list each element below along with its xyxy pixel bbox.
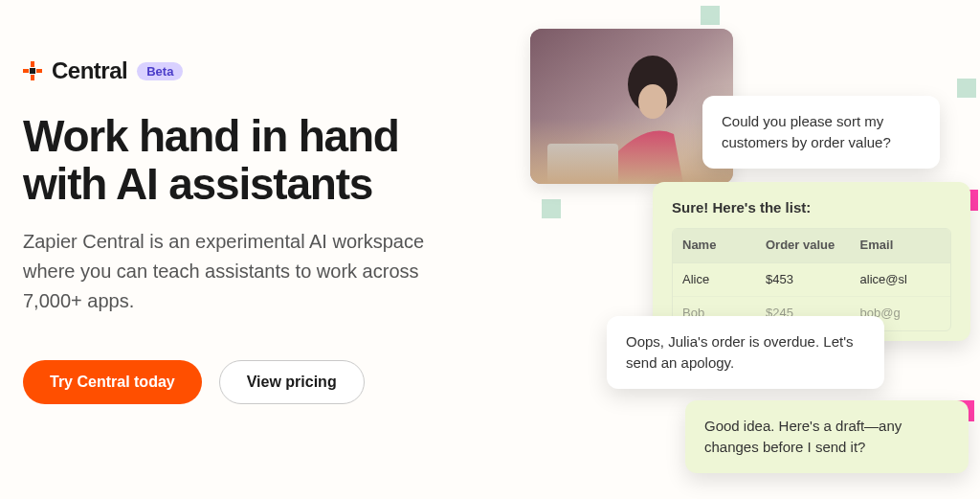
beta-badge: Beta — [137, 62, 183, 80]
try-central-button[interactable]: Try Central today — [23, 360, 202, 404]
col-order: Order value — [756, 229, 851, 262]
chat-bubble-user: Oops, Julia's order is overdue. Let's se… — [607, 316, 884, 389]
chat-text: Good idea. Here's a draft—any changes be… — [704, 418, 902, 455]
svg-rect-4 — [30, 68, 35, 74]
cell-name: Alice — [673, 263, 756, 297]
view-pricing-button[interactable]: View pricing — [219, 360, 365, 404]
svg-rect-3 — [36, 69, 42, 73]
col-name: Name — [673, 229, 756, 262]
svg-point-7 — [638, 84, 667, 119]
chat-text: Could you please sort my customers by or… — [722, 113, 891, 150]
cta-row: Try Central today View pricing — [23, 360, 492, 404]
chat-text: Sure! Here's the list: — [672, 197, 951, 218]
chat-bubble-ai: Good idea. Here's a draft—any changes be… — [685, 400, 969, 473]
svg-rect-8 — [547, 144, 618, 184]
cell-order: $453 — [756, 263, 851, 297]
deco-pixel-icon — [701, 6, 720, 25]
svg-rect-1 — [31, 75, 34, 80]
deco-pixel-icon — [542, 199, 561, 218]
chat-bubble-user: Could you please sort my customers by or… — [702, 96, 940, 169]
cell-email: alice@sl — [851, 263, 950, 297]
hero-illustration: Could you please sort my customers by or… — [521, 0, 980, 499]
hero-subhead: Zapier Central is an experimental AI wor… — [23, 227, 425, 316]
brand-name: Central — [52, 57, 127, 84]
table-row: Alice $453 alice@sl — [673, 262, 950, 297]
svg-rect-2 — [23, 69, 29, 73]
central-logo-icon — [23, 61, 42, 80]
deco-pixel-icon — [957, 79, 976, 98]
col-email: Email — [851, 229, 950, 262]
hero-headline: Work hand in hand with AI assistants — [23, 113, 492, 208]
chat-text: Oops, Julia's order is overdue. Let's se… — [626, 333, 854, 371]
svg-rect-0 — [31, 61, 34, 67]
table-header-row: Name Order value Email — [673, 229, 950, 262]
brand-lockup: Central Beta — [23, 57, 492, 84]
